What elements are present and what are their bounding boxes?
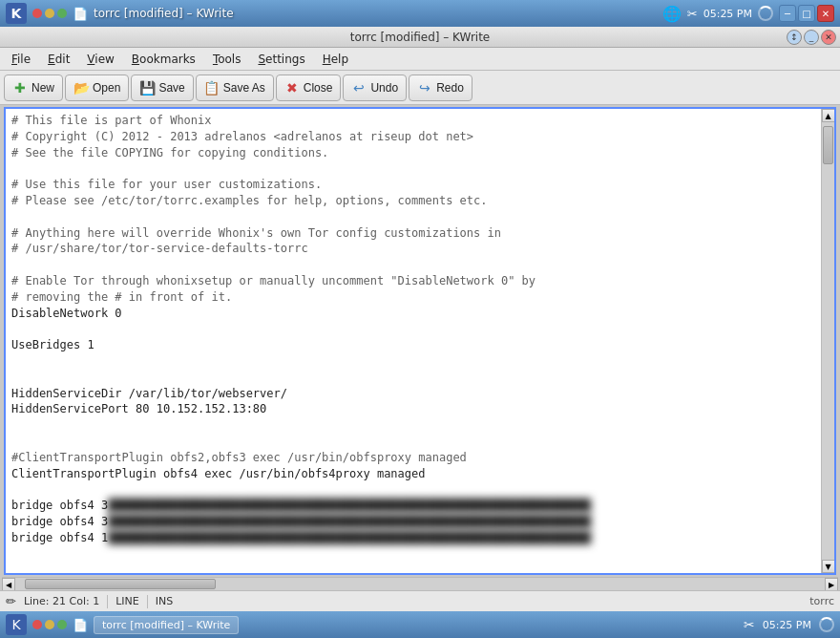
menu-settings[interactable]: Settings bbox=[250, 51, 312, 68]
redo-button[interactable]: ↪ Redo bbox=[409, 74, 472, 101]
close-label: Close bbox=[304, 81, 333, 95]
file-icon-small: 📄 bbox=[73, 7, 88, 21]
menu-view[interactable]: View bbox=[79, 51, 121, 68]
new-icon: ✚ bbox=[12, 80, 28, 96]
title-bar-left: K 📄 torrc [modified] – KWrite bbox=[6, 3, 234, 24]
minimize-button[interactable]: ─ bbox=[779, 5, 796, 22]
taskbar-dot-yellow bbox=[45, 620, 54, 629]
dot-green bbox=[57, 9, 67, 18]
status-bar: ✏ Line: 21 Col: 1 LINE INS torrc bbox=[0, 590, 840, 611]
scrollbar-thumb[interactable] bbox=[823, 126, 833, 164]
status-filename: torrc bbox=[809, 595, 834, 607]
taskbar-app-item[interactable]: torrc [modified] – KWrite bbox=[94, 616, 239, 634]
taskbar-time: 05:25 PM bbox=[763, 619, 811, 631]
open-label: Open bbox=[93, 81, 120, 95]
new-label: New bbox=[32, 81, 54, 95]
taskbar-app-label: torrc [modified] – KWrite bbox=[102, 619, 230, 631]
scissors-icon: ✂ bbox=[687, 7, 698, 21]
taskbar-dot-red bbox=[32, 620, 42, 629]
open-icon: 📂 bbox=[74, 80, 89, 96]
title-time: 05:25 PM bbox=[704, 8, 752, 20]
title-bar-right: 🌐 ✂ 05:25 PM ─ □ ✕ bbox=[662, 5, 834, 23]
status-divider-2 bbox=[147, 595, 148, 608]
taskbar-file-icon: 📄 bbox=[73, 618, 88, 632]
status-line-col: Line: 21 Col: 1 bbox=[24, 595, 99, 607]
menu-help[interactable]: Help bbox=[315, 51, 356, 68]
editor-container[interactable]: # This file is part of Whonix # Copyrigh… bbox=[4, 107, 836, 575]
taskbar-dot-green bbox=[57, 620, 67, 629]
window-title-bar: torrc [modified] – KWrite ↕ _ ✕ bbox=[0, 27, 840, 48]
open-button[interactable]: 📂 Open bbox=[65, 74, 129, 101]
scrollbar-down-button[interactable]: ▼ bbox=[822, 560, 835, 573]
dot-red bbox=[32, 9, 42, 18]
editor-scrollbar[interactable]: ▲ ▼ bbox=[821, 109, 834, 573]
save-label: Save bbox=[158, 81, 184, 95]
taskbar-scissors-icon: ✂ bbox=[744, 617, 755, 632]
window-title-text: torrc [modified] – KWrite bbox=[350, 31, 491, 44]
new-button[interactable]: ✚ New bbox=[4, 74, 63, 101]
title-bar-dots bbox=[32, 9, 67, 18]
saveas-button[interactable]: 📋 Save As bbox=[196, 74, 274, 101]
dot-yellow bbox=[45, 9, 54, 18]
h-scroll-thumb[interactable] bbox=[25, 579, 216, 589]
status-left: ✏ Line: 21 Col: 1 LINE INS bbox=[6, 594, 802, 608]
h-scroll-left-button[interactable]: ◀ bbox=[2, 578, 15, 590]
menu-tools[interactable]: Tools bbox=[205, 51, 249, 68]
menu-bookmarks[interactable]: Bookmarks bbox=[124, 51, 203, 68]
taskbar-kde-icon[interactable]: K bbox=[6, 614, 27, 635]
editor-area: # This file is part of Whonix # Copyrigh… bbox=[2, 105, 838, 590]
save-icon: 💾 bbox=[139, 80, 155, 96]
scroll-btn[interactable]: ↕ bbox=[787, 30, 802, 45]
close2-btn[interactable]: ✕ bbox=[821, 30, 836, 45]
close-button[interactable]: ✕ bbox=[817, 5, 834, 22]
menu-bar: File Edit View Bookmarks Tools Settings … bbox=[0, 48, 840, 71]
undo-button[interactable]: ↩ Undo bbox=[343, 74, 407, 101]
taskbar-dots bbox=[32, 620, 67, 629]
saveas-icon: 📋 bbox=[204, 80, 220, 96]
maximize-button[interactable]: □ bbox=[798, 5, 815, 22]
close-file-button[interactable]: ✖ Close bbox=[276, 74, 342, 101]
saveas-label: Save As bbox=[223, 81, 265, 95]
main-window: torrc [modified] – KWrite ↕ _ ✕ File Edi… bbox=[0, 27, 840, 611]
status-insert: INS bbox=[156, 595, 173, 607]
editor-content[interactable]: # This file is part of Whonix # Copyrigh… bbox=[6, 109, 821, 573]
window-wm-buttons: ↕ _ ✕ bbox=[787, 30, 836, 45]
window-controls: ─ □ ✕ bbox=[779, 5, 834, 22]
h-scroll-right-button[interactable]: ▶ bbox=[825, 578, 838, 590]
toolbar: ✚ New 📂 Open 💾 Save 📋 Save As ✖ Close ↩ … bbox=[0, 71, 840, 105]
menu-file[interactable]: File bbox=[4, 51, 38, 68]
taskbar: K 📄 torrc [modified] – KWrite ✂ 05:25 PM bbox=[0, 611, 840, 638]
min2-btn[interactable]: _ bbox=[804, 30, 819, 45]
scrollbar-track[interactable] bbox=[822, 122, 834, 560]
close-file-icon: ✖ bbox=[284, 80, 300, 96]
taskbar-app-title: torrc [modified] – KWrite bbox=[94, 7, 234, 20]
globe-icon: 🌐 bbox=[662, 5, 682, 23]
undo-icon: ↩ bbox=[351, 80, 367, 96]
title-bar: K 📄 torrc [modified] – KWrite 🌐 ✂ 05:25 … bbox=[0, 0, 840, 27]
scrollbar-up-button[interactable]: ▲ bbox=[822, 109, 835, 122]
pen-icon: ✏ bbox=[6, 594, 16, 608]
status-divider-1 bbox=[107, 595, 108, 608]
taskbar-right: ✂ 05:25 PM bbox=[744, 617, 834, 632]
status-mode: LINE bbox=[116, 595, 139, 607]
undo-label: Undo bbox=[370, 81, 398, 95]
kde-icon: K bbox=[6, 3, 27, 24]
menu-edit[interactable]: Edit bbox=[40, 51, 77, 68]
taskbar-spinner bbox=[819, 617, 834, 632]
loading-spinner bbox=[758, 6, 773, 21]
redo-icon: ↪ bbox=[417, 80, 432, 96]
h-scroll-track[interactable] bbox=[15, 578, 825, 590]
status-right: torrc bbox=[809, 595, 834, 607]
save-button[interactable]: 💾 Save bbox=[131, 74, 193, 101]
h-scrollbar-container[interactable]: ◀ ▶ bbox=[2, 577, 838, 590]
redo-label: Redo bbox=[436, 81, 464, 95]
